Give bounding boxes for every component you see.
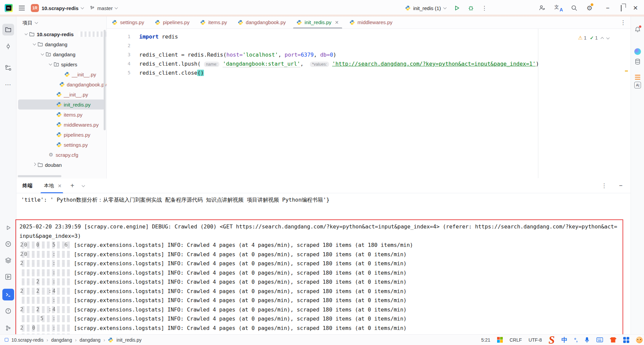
window-restore-button[interactable] bbox=[621, 5, 622, 11]
close-icon[interactable]: ✕ bbox=[335, 20, 339, 25]
settings-notification-dot bbox=[591, 3, 593, 6]
terminal-panel: 终端 本地 ✕ + ⋮ − 'title': ' Python数据分析：从零基础… bbox=[16, 179, 631, 334]
more-actions-icon[interactable]: ⋮ bbox=[482, 5, 487, 12]
notifications-bell-icon[interactable] bbox=[633, 25, 642, 34]
close-icon[interactable]: ✕ bbox=[58, 183, 62, 189]
terminal-dropdown-icon[interactable] bbox=[82, 184, 85, 187]
tab-label: init_redis.py bbox=[305, 19, 331, 25]
tree-item-dangdangbook.py[interactable]: dangdangbook.py bbox=[16, 79, 106, 89]
breadcrumb-item[interactable]: init_redis.py bbox=[116, 337, 142, 343]
tree-item-scrapy.cfg[interactable]: ⚙scrapy.cfg bbox=[16, 150, 106, 160]
tree-item-label: 10.scrapy-redis bbox=[37, 31, 73, 37]
ime-skin-icon[interactable] bbox=[610, 337, 616, 343]
file-encoding-indicator[interactable]: UTF-8 bbox=[529, 337, 542, 343]
package-icon bbox=[54, 62, 59, 67]
translate-icon[interactable]: 文 A bbox=[554, 4, 562, 12]
ime-punctuation-icon[interactable]: °, bbox=[574, 337, 578, 343]
tree-item-__init__.py[interactable]: __init__.py bbox=[16, 69, 106, 79]
project-tree: 10.scrapy-redisdangdangdangdangspiders__… bbox=[16, 29, 106, 170]
chevron-down-icon bbox=[114, 6, 118, 9]
tree-item-douban[interactable]: douban bbox=[16, 160, 106, 170]
version-control-tool-icon[interactable] bbox=[2, 322, 14, 334]
ai-assistant-icon[interactable]: A| bbox=[633, 81, 642, 89]
line-separator-indicator[interactable]: CRLF bbox=[509, 337, 522, 343]
code-line-4: 4redis_client.lpush( name: 'dangdangbook… bbox=[107, 59, 631, 68]
terminal-debug-line: 2025-02-20 23:39:59 [scrapy.core.engine]… bbox=[19, 222, 619, 240]
project-widget[interactable]: 1R 10.scrapy-redis bbox=[31, 4, 84, 12]
project-panel-header[interactable]: 项目 bbox=[16, 16, 106, 29]
more-tool-windows-icon[interactable]: ⋯ bbox=[2, 79, 14, 90]
settings-gear-icon[interactable]: ⚙ bbox=[586, 4, 592, 12]
editor-tab-init_redis.py[interactable]: init_redis.py✕ bbox=[291, 16, 344, 28]
editor-tab-dangdangbook.py[interactable]: dangdangbook.py bbox=[232, 16, 291, 28]
project-tree-vertical-scrollbar[interactable] bbox=[104, 30, 106, 130]
ime-toolbox-icon[interactable] bbox=[623, 337, 629, 343]
prev-problem-icon[interactable] bbox=[601, 37, 604, 40]
ai-gradient-icon[interactable] bbox=[633, 47, 642, 56]
main-toolbar: PC 1R 10.scrapy-redis master init_redis … bbox=[0, 0, 644, 16]
chevron-down-icon bbox=[49, 62, 52, 66]
new-terminal-button[interactable]: + bbox=[70, 182, 74, 190]
problems-tool-icon[interactable] bbox=[2, 305, 14, 317]
tree-item-__init__.py[interactable]: __init__.py bbox=[16, 89, 106, 99]
code-editor[interactable]: 1import redis23redis_client = redis.Redi… bbox=[107, 29, 631, 178]
tab-bar-more-icon[interactable]: ⋮ bbox=[620, 19, 626, 26]
ime-emoji-icon[interactable] bbox=[636, 337, 643, 343]
breadcrumb-item[interactable]: dangdang bbox=[79, 337, 100, 343]
search-everywhere-icon[interactable] bbox=[571, 5, 578, 11]
run-configuration-selector[interactable]: init_redis (1) bbox=[405, 5, 446, 11]
breadcrumb-item[interactable]: 10.scrapy-redis bbox=[11, 337, 44, 343]
services-tool-icon[interactable] bbox=[2, 271, 14, 283]
project-tree-horizontal-scrollbar[interactable] bbox=[18, 175, 61, 177]
hide-terminal-icon[interactable]: − bbox=[619, 182, 623, 189]
inspection-widget[interactable]: ⚠ 1 ✓ 1 bbox=[578, 35, 609, 41]
tree-item-pipelines.py[interactable]: pipelines.py bbox=[16, 130, 106, 140]
run-tool-icon[interactable] bbox=[2, 222, 14, 233]
tree-item-dangdang[interactable]: dangdang bbox=[16, 39, 106, 49]
breadcrumb[interactable]: 10.scrapy-redis›dangdang›dangdang›init_r… bbox=[0, 337, 142, 343]
sogou-input-icon[interactable]: S bbox=[548, 336, 554, 344]
editor-tab-middlewares.py[interactable]: middlewares.py bbox=[344, 16, 398, 28]
tree-item-init_redis.py[interactable]: init_redis.py bbox=[18, 99, 105, 110]
terminal-options-icon[interactable]: ⋮ bbox=[601, 182, 607, 189]
database-tool-icon[interactable] bbox=[633, 57, 642, 66]
debug-button[interactable] bbox=[468, 5, 474, 11]
breadcrumb-item[interactable]: dangdang bbox=[51, 337, 72, 343]
window-close-button[interactable]: ✕ bbox=[633, 4, 638, 12]
editor-tab-settings.py[interactable]: settings.py bbox=[107, 16, 150, 28]
plugin-lines-icon[interactable] bbox=[633, 73, 642, 81]
python-packages-tool-icon[interactable] bbox=[2, 255, 14, 266]
ime-chinese-mode-icon[interactable]: 中 bbox=[561, 336, 568, 344]
editor-tab-pipelines.py[interactable]: pipelines.py bbox=[150, 16, 195, 28]
next-problem-icon[interactable] bbox=[606, 36, 610, 40]
tree-item-middlewares.py[interactable]: middlewares.py bbox=[16, 120, 106, 130]
commit-tool-icon[interactable] bbox=[2, 41, 14, 52]
project-tool-icon[interactable] bbox=[2, 24, 14, 36]
window-minimize-button[interactable]: − bbox=[606, 5, 609, 12]
terminal-tab-local[interactable]: 本地 ✕ bbox=[44, 179, 62, 193]
python-file-icon bbox=[350, 20, 355, 25]
main-menu-icon[interactable] bbox=[19, 6, 25, 10]
python-console-tool-icon[interactable] bbox=[2, 238, 14, 250]
cursor-position[interactable]: 5:21 bbox=[481, 337, 490, 343]
tree-item-dangdang[interactable]: dangdang bbox=[16, 49, 106, 59]
tree-item-10.scrapy-redis[interactable]: 10.scrapy-redis bbox=[16, 29, 106, 39]
tree-item-spiders[interactable]: spiders bbox=[16, 59, 106, 69]
terminal-tool-icon[interactable] bbox=[2, 289, 14, 300]
ime-microphone-icon[interactable] bbox=[584, 337, 590, 343]
editor-tab-items.py[interactable]: items.py bbox=[195, 16, 232, 28]
terminal-output[interactable]: 'title': ' Python数据分析：从零基础入门到案例实战 配备程序源代… bbox=[16, 193, 631, 334]
code-with-me-icon[interactable] bbox=[538, 4, 545, 12]
tree-item-settings.py[interactable]: settings.py bbox=[16, 140, 106, 150]
tab-label: settings.py bbox=[120, 19, 144, 25]
terminal-log-line: 2 :[scrapy.extensions.logstats] INFO: Cr… bbox=[19, 259, 619, 268]
structure-tool-icon[interactable] bbox=[2, 62, 14, 74]
ime-keyboard-icon[interactable] bbox=[596, 337, 603, 342]
tree-item-items.py[interactable]: items.py bbox=[16, 110, 106, 120]
censored-timestamp: 2 2 :4 bbox=[19, 306, 70, 313]
warning-scroll-marker[interactable] bbox=[625, 70, 628, 72]
vcs-branch-widget[interactable]: master bbox=[90, 5, 117, 11]
python-file-icon bbox=[56, 122, 62, 127]
run-button[interactable] bbox=[453, 5, 460, 11]
python-file-icon bbox=[56, 92, 62, 97]
